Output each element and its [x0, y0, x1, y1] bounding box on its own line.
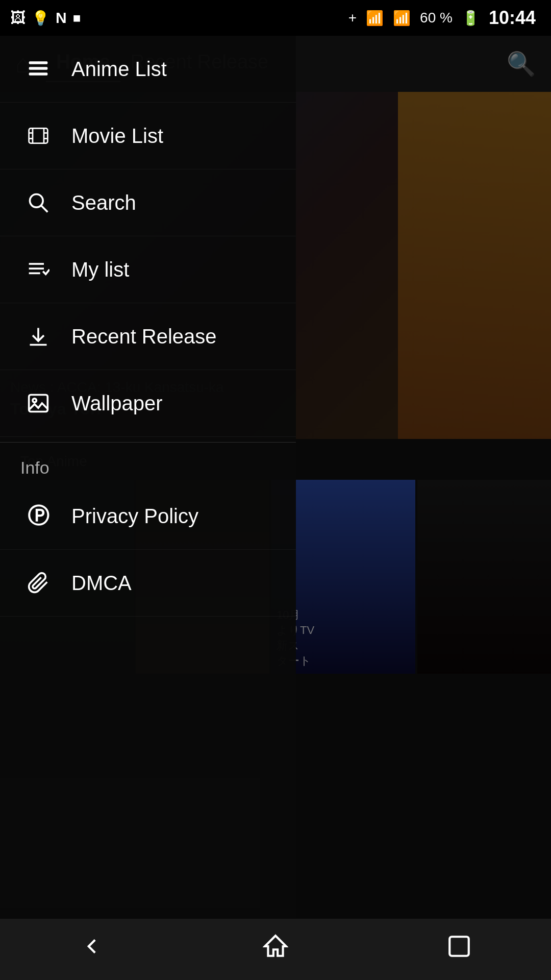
drawer-item-privacy-policy[interactable]: Ⓟ Privacy Policy — [0, 483, 296, 550]
recent-release-label: Recent Release — [71, 325, 217, 348]
svg-rect-0 — [29, 61, 48, 64]
n-icon: N — [56, 9, 67, 27]
drawer-item-my-list[interactable]: My list — [0, 236, 296, 303]
svg-rect-1 — [29, 67, 48, 70]
svg-rect-3 — [29, 128, 48, 143]
info-section-label: Info — [0, 448, 296, 483]
recents-button[interactable] — [426, 923, 492, 975]
movie-list-label: Movie List — [71, 125, 163, 148]
signal-icon: 📶 — [393, 10, 411, 27]
drawer-item-recent-release[interactable]: Recent Release — [0, 303, 296, 370]
svg-marker-19 — [265, 936, 286, 956]
photo-icon: 🖼 — [10, 9, 26, 27]
drawer-divider — [0, 442, 296, 443]
time-display: 10:44 — [489, 7, 536, 29]
dmca-icon — [20, 565, 56, 601]
film-icon — [20, 118, 56, 154]
drawer-item-movie-list[interactable]: Movie List — [0, 103, 296, 169]
bulb-icon: 💡 — [32, 10, 49, 27]
navigation-drawer: Anime List Movie List Search — [0, 36, 296, 919]
svg-line-11 — [41, 206, 48, 212]
privacy-policy-label: Privacy Policy — [71, 505, 198, 528]
back-button[interactable] — [59, 923, 125, 975]
status-icons-left: 🖼 💡 N ■ — [10, 9, 81, 27]
dmca-label: DMCA — [71, 572, 132, 595]
list-icon — [20, 51, 56, 87]
bluetooth-icon: + — [348, 10, 357, 26]
download-icon — [20, 318, 56, 354]
drawer-item-anime-list[interactable]: Anime List — [0, 36, 296, 103]
drawer-item-search[interactable]: Search — [0, 169, 296, 236]
square-icon: ■ — [73, 10, 81, 26]
svg-point-18 — [33, 399, 36, 402]
anime-list-label: Anime List — [71, 58, 167, 81]
svg-rect-20 — [449, 937, 469, 956]
search-label: Search — [71, 191, 136, 214]
mylist-icon — [20, 252, 56, 287]
svg-point-10 — [30, 194, 43, 208]
drawer-item-dmca[interactable]: DMCA — [0, 550, 296, 617]
wifi-icon: 📶 — [366, 10, 384, 27]
search-drawer-icon — [20, 185, 56, 220]
status-bar: 🖼 💡 N ■ + 📶 📶 60 % 🔋 10:44 — [0, 0, 551, 36]
home-button[interactable] — [242, 923, 309, 975]
wallpaper-icon — [20, 385, 56, 421]
privacy-icon: Ⓟ — [20, 498, 56, 534]
drawer-item-wallpaper[interactable]: Wallpaper — [0, 370, 296, 437]
navigation-bar — [0, 919, 551, 980]
battery-icon: 🔋 — [462, 10, 480, 27]
battery-percentage: 60 % — [420, 10, 453, 26]
wallpaper-label: Wallpaper — [71, 392, 163, 415]
my-list-label: My list — [71, 258, 129, 281]
status-icons-right: + 📶 📶 60 % 🔋 10:44 — [348, 7, 536, 29]
svg-rect-2 — [29, 72, 48, 76]
